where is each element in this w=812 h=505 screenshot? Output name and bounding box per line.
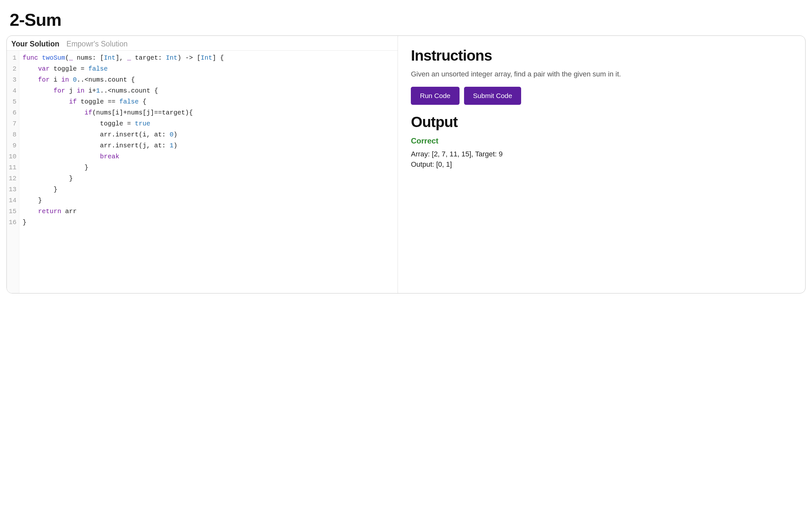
code-area[interactable]: func twoSum(_ nums: [Int], _ target: Int… xyxy=(19,51,397,293)
page-title: 2-Sum xyxy=(10,10,806,30)
code-line[interactable]: break xyxy=(23,151,394,162)
line-number-gutter: 12345678910111213141516 xyxy=(7,51,19,293)
code-line[interactable]: if(nums[i]+nums[j]==target){ xyxy=(23,108,394,118)
code-line[interactable]: } xyxy=(23,173,394,184)
code-line[interactable]: toggle = true xyxy=(23,118,394,129)
output-heading: Output xyxy=(411,113,792,131)
code-line[interactable]: for i in 0..<nums.count { xyxy=(23,74,394,86)
code-line[interactable]: var toggle = false xyxy=(23,63,394,74)
line-number: 14 xyxy=(9,195,16,206)
side-panel: Instructions Given an unsorted integer a… xyxy=(398,36,805,293)
output-status: Correct xyxy=(411,136,792,145)
line-number: 6 xyxy=(9,108,16,118)
tab-your-solution[interactable]: Your Solution xyxy=(11,40,59,48)
instructions-text: Given an unsorted integer array, find a … xyxy=(411,70,792,78)
output-line-1: Output: [0, 1] xyxy=(411,160,792,169)
line-number: 2 xyxy=(9,63,16,74)
line-number: 12 xyxy=(9,173,16,184)
code-editor[interactable]: 12345678910111213141516 func twoSum(_ nu… xyxy=(7,50,397,293)
line-number: 7 xyxy=(9,118,16,129)
code-line[interactable]: arr.insert(i, at: 0) xyxy=(23,129,394,140)
line-number: 11 xyxy=(9,162,16,173)
line-number: 3 xyxy=(9,74,16,86)
line-number: 10 xyxy=(9,151,16,162)
code-line[interactable]: } xyxy=(23,217,394,228)
editor-pane: Your Solution Empowr's Solution 12345678… xyxy=(7,36,398,293)
code-line[interactable]: if toggle == false { xyxy=(23,97,394,108)
line-number: 4 xyxy=(9,86,16,97)
code-line[interactable]: return arr xyxy=(23,206,394,217)
instructions-heading: Instructions xyxy=(411,47,792,64)
code-line[interactable]: arr.insert(j, at: 1) xyxy=(23,140,394,151)
code-line[interactable]: func twoSum(_ nums: [Int], _ target: Int… xyxy=(23,52,394,63)
line-number: 13 xyxy=(9,184,16,195)
run-code-button[interactable]: Run Code xyxy=(411,87,460,105)
line-number: 15 xyxy=(9,206,16,217)
code-line[interactable]: for j in i+1..<nums.count { xyxy=(23,86,394,97)
submit-code-button[interactable]: Submit Code xyxy=(464,87,521,105)
output-line-0: Array: [2, 7, 11, 15], Target: 9 xyxy=(411,150,792,158)
main-panel: Your Solution Empowr's Solution 12345678… xyxy=(6,35,806,294)
tab-empowrs-solution[interactable]: Empowr's Solution xyxy=(66,40,128,48)
line-number: 16 xyxy=(9,217,16,228)
code-line[interactable]: } xyxy=(23,184,394,195)
button-row: Run Code Submit Code xyxy=(411,87,792,105)
line-number: 8 xyxy=(9,129,16,140)
editor-tabs: Your Solution Empowr's Solution xyxy=(7,36,397,50)
line-number: 5 xyxy=(9,97,16,108)
code-line[interactable]: } xyxy=(23,162,394,173)
line-number: 1 xyxy=(9,52,16,63)
line-number: 9 xyxy=(9,140,16,151)
code-line[interactable]: } xyxy=(23,195,394,206)
